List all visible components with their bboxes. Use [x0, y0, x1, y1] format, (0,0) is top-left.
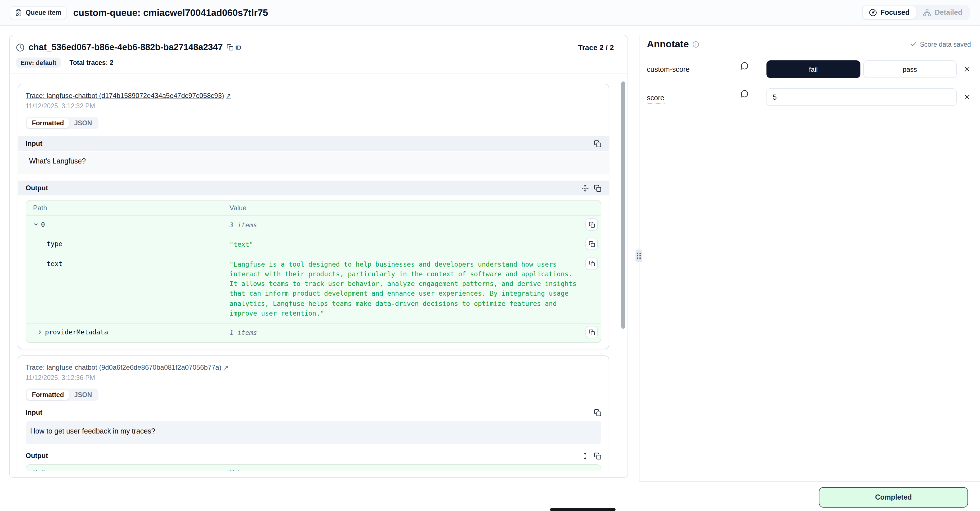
copy-output-button[interactable]: [594, 452, 601, 460]
detailed-toggle[interactable]: Detailed: [917, 6, 969, 19]
tab-formatted[interactable]: Formatted: [27, 118, 69, 128]
detailed-toggle-label: Detailed: [935, 8, 963, 16]
trace-panel: chat_536ed067-b86e-4eb6-882b-ba27148a234…: [9, 35, 628, 478]
copy-id-button[interactable]: ID: [227, 44, 241, 51]
copy-row-button[interactable]: [585, 257, 598, 270]
copy-input-button[interactable]: [594, 140, 601, 147]
column-value: Value: [229, 204, 586, 212]
output-label: Output: [25, 184, 48, 192]
x-icon: [964, 65, 971, 73]
left-panel-scrollbar[interactable]: [621, 81, 625, 329]
external-link-icon: ↗: [223, 364, 228, 371]
panel-resize-handle[interactable]: [635, 250, 642, 262]
horizontal-scrollbar[interactable]: [550, 508, 616, 511]
copy-input-button[interactable]: [594, 409, 601, 416]
copy-icon: [594, 184, 601, 192]
remove-score-button[interactable]: [964, 94, 971, 101]
output-json-table: Path Value 0 3 items type ": [25, 200, 601, 343]
tab-json[interactable]: JSON: [69, 390, 97, 400]
input-section-header: Input: [18, 136, 609, 151]
copy-icon: [589, 260, 595, 267]
score-option-pass[interactable]: pass: [863, 60, 957, 78]
trace-counter: Trace 2 / 2: [578, 43, 614, 51]
trace-link-label: Trace: langfuse-chatbot (9d0a6f2e6de8670…: [25, 364, 221, 372]
score-row-custom-score: custom-score fail pass: [647, 60, 971, 78]
output-label: Output: [25, 452, 48, 460]
expand-output-button[interactable]: [581, 184, 589, 192]
network-icon: [923, 8, 931, 16]
row-value: "text": [229, 240, 586, 250]
row-value: "Langfuse is a tool designed to help bus…: [229, 259, 586, 318]
page-title: custom-queue: cmiacwel70041ad060s7tlr75: [73, 7, 268, 18]
row-value: 1 items: [229, 328, 586, 338]
trace-scroll-area: Trace: langfuse-chatbot (d174b1589072e43…: [10, 74, 627, 471]
annotate-title: Annotate: [647, 39, 689, 50]
copy-row-button[interactable]: [585, 218, 598, 231]
info-icon: [692, 41, 699, 48]
score-option-fail[interactable]: fail: [767, 60, 860, 78]
external-link-icon: ↗: [226, 92, 231, 99]
footer-divider: [639, 481, 980, 482]
score-label: score: [647, 94, 740, 106]
trace-link-label: Trace: langfuse-chatbot (d174b1589072e43…: [25, 92, 224, 100]
tab-formatted[interactable]: Formatted: [27, 390, 69, 400]
score-input[interactable]: [767, 88, 957, 106]
remove-score-button[interactable]: [964, 65, 971, 73]
score-label: custom-score: [647, 65, 740, 73]
input-value: How to get user feedback in my traces?: [25, 421, 601, 445]
check-icon: [910, 41, 917, 48]
table-row: text "Langfuse is a tool designed to hel…: [26, 255, 601, 323]
output-section-header: Output: [25, 452, 601, 460]
copy-icon: [227, 44, 234, 51]
column-value: Value: [229, 468, 586, 471]
chevron-right-icon: [37, 329, 43, 335]
trace-timestamp: 11/12/2025, 3:12:32 PM: [25, 102, 601, 109]
table-row[interactable]: providerMetadata 1 items: [26, 323, 601, 343]
row-key: type: [47, 240, 62, 248]
column-path: Path: [33, 204, 229, 212]
input-label: Input: [25, 409, 43, 417]
copy-icon: [594, 140, 601, 147]
input-label: Input: [25, 140, 43, 148]
annotate-panel: Annotate Score data saved custom-score f…: [647, 35, 971, 481]
trace-link[interactable]: Trace: langfuse-chatbot (9d0a6f2e6de8670…: [25, 364, 228, 372]
trace-card: Trace: langfuse-chatbot (9d0a6f2e6de8670…: [18, 356, 609, 471]
column-path: Path: [33, 468, 229, 471]
copy-icon: [594, 452, 601, 460]
row-key: providerMetadata: [45, 328, 108, 336]
table-row: type "text": [26, 235, 601, 255]
completed-button[interactable]: Completed: [819, 487, 968, 508]
score-row-score: score: [647, 88, 971, 106]
total-traces-label: Total traces: 2: [70, 59, 113, 66]
comment-bubble-button[interactable]: [740, 89, 767, 98]
format-tabs: Formatted JSON: [25, 117, 98, 129]
focused-toggle-label: Focused: [880, 8, 910, 16]
focused-toggle[interactable]: Focused: [863, 6, 916, 19]
trace-panel-header: chat_536ed067-b86e-4eb6-882b-ba27148a234…: [10, 35, 627, 74]
chevron-down-icon: [33, 221, 39, 227]
copy-row-button[interactable]: [585, 326, 598, 338]
clipboard-pen-icon: [15, 9, 22, 16]
output-json-table: Path Value 0 3 items: [25, 465, 601, 471]
clock-icon: [16, 43, 24, 51]
env-badge: Env: default: [16, 57, 61, 68]
expand-output-button[interactable]: [581, 452, 589, 460]
trace-timestamp: 11/12/2025, 3:12:36 PM: [25, 374, 601, 381]
row-key: text: [47, 259, 62, 267]
output-section-header: Output: [18, 181, 609, 196]
top-bar: Queue item custom-queue: cmiacwel70041ad…: [0, 0, 980, 25]
copy-icon: [589, 241, 595, 247]
trace-card: Trace: langfuse-chatbot (d174b1589072e43…: [18, 84, 609, 350]
tab-json[interactable]: JSON: [69, 118, 97, 128]
copy-icon: [594, 409, 601, 416]
queue-item-badge-label: Queue item: [25, 9, 61, 16]
row-value: 3 items: [229, 220, 586, 231]
message-circle-icon: [740, 89, 749, 98]
item-title: chat_536ed067-b86e-4eb6-882b-ba27148a234…: [29, 42, 223, 53]
x-icon: [964, 94, 971, 101]
table-row[interactable]: 0 3 items: [26, 215, 601, 235]
copy-row-button[interactable]: [585, 238, 598, 250]
copy-output-button[interactable]: [594, 184, 601, 192]
trace-link[interactable]: Trace: langfuse-chatbot (d174b1589072e43…: [25, 92, 231, 100]
comment-bubble-button[interactable]: [740, 62, 767, 70]
